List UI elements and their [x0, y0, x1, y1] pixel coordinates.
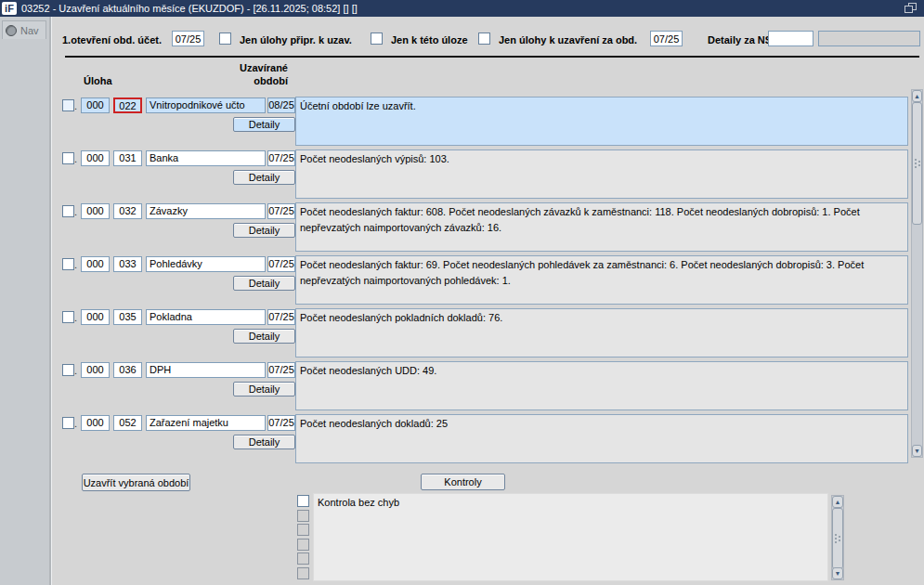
task-code-field[interactable]: 035	[113, 309, 142, 325]
scrollbar-thumb[interactable]	[912, 102, 922, 225]
scroll-down-icon[interactable]: ▼	[832, 567, 843, 579]
row-select-checkbox[interactable]	[62, 99, 74, 111]
row-select-checkbox[interactable]	[62, 152, 74, 164]
period-field[interactable]: 07/25	[267, 203, 295, 219]
only-this-task-checkbox[interactable]	[371, 32, 383, 45]
period-field[interactable]: 08/25	[267, 98, 295, 113]
status-message: Počet neodeslaných výpisů: 103.	[295, 150, 908, 199]
list-vertical-scrollbar[interactable]: ▲ ▼	[831, 495, 844, 580]
org-field[interactable]: 000	[81, 150, 110, 166]
details-button[interactable]: Detaily	[233, 117, 295, 132]
row-select-checkbox[interactable]	[62, 205, 74, 217]
period-field[interactable]: 07/25	[267, 309, 295, 325]
disabled-checkbox	[297, 567, 309, 579]
task-name-field[interactable]: Pohledávky	[146, 256, 266, 272]
nav-tab[interactable]: Nav	[2, 20, 46, 39]
period-field[interactable]: 07/25	[267, 362, 295, 378]
disabled-checkbox	[297, 524, 309, 536]
ns-name-input	[818, 31, 920, 46]
main-vertical-scrollbar[interactable]: ▲ ▼	[911, 89, 923, 458]
details-button[interactable]: Detaily	[233, 382, 295, 396]
period-field[interactable]: 07/25	[267, 415, 295, 431]
task-name-field[interactable]: DPH	[146, 362, 266, 378]
row-select-checkbox[interactable]	[62, 311, 74, 323]
closing-period-input[interactable]	[650, 31, 683, 46]
only-closing-checkbox[interactable]	[478, 32, 490, 45]
task-row: . 000 022 Vnitropodnikové učto 08/25 Det…	[0, 97, 924, 150]
details-button[interactable]: Detaily	[233, 329, 295, 344]
task-name-field[interactable]: Pokladna	[146, 309, 266, 325]
task-name-field[interactable]: Vnitropodnikové učto	[146, 98, 266, 113]
column-header-period: Uzavírané období	[214, 61, 288, 87]
task-name-field[interactable]: Banka	[146, 150, 266, 166]
only-closing-label: Jen úlohy k uzavření za obd.	[499, 33, 637, 46]
row-select-checkbox[interactable]	[62, 417, 74, 429]
row-level-dot: .	[74, 100, 77, 111]
open-period-input[interactable]	[172, 31, 204, 46]
row-level-dot: .	[74, 312, 77, 323]
status-message: Počet neodeslaných faktur: 69. Počet neo…	[295, 255, 908, 305]
column-header-period-line2: období	[214, 74, 288, 87]
org-field[interactable]: 000	[81, 362, 110, 378]
restore-window-icon[interactable]	[904, 3, 917, 13]
disabled-checkbox	[297, 539, 309, 551]
task-code-field[interactable]: 022	[113, 98, 142, 113]
ns-code-input[interactable]	[768, 31, 813, 46]
no-errors-label: Kontrola bez chyb	[318, 496, 399, 509]
details-button[interactable]: Detaily	[233, 223, 295, 238]
task-code-field[interactable]: 032	[113, 203, 142, 219]
status-message: Počet neodeslaných faktur: 608. Počet ne…	[295, 202, 908, 252]
status-message: Účetní období lze uzavřít.	[295, 97, 908, 146]
row-select-checkbox[interactable]	[62, 258, 74, 270]
status-message: Počet neodeslaných UDD: 49.	[295, 361, 908, 410]
org-field[interactable]: 000	[81, 309, 110, 325]
org-field[interactable]: 000	[81, 415, 110, 431]
task-code-field[interactable]: 052	[113, 415, 142, 431]
task-code-field[interactable]: 036	[113, 362, 142, 378]
disabled-checkbox	[297, 552, 309, 565]
row-select-checkbox[interactable]	[62, 364, 74, 376]
title-bar: iF 03252 - Uzavření aktuálního měsíce (E…	[0, 0, 924, 17]
task-code-field[interactable]: 031	[113, 150, 142, 166]
controls-button[interactable]: Kontroly	[421, 474, 505, 490]
task-name-field[interactable]: Závazky	[146, 203, 266, 219]
scroll-up-icon[interactable]: ▲	[912, 90, 922, 102]
task-row: . 000 031 Banka 07/25 Detaily Počet neod…	[0, 150, 924, 202]
no-errors-checkbox[interactable]	[297, 495, 309, 507]
app-window: iF 03252 - Uzavření aktuálního měsíce (E…	[0, 0, 924, 585]
row-level-dot: .	[74, 206, 77, 217]
details-button[interactable]: Detaily	[233, 170, 295, 185]
column-header-period-line1: Uzavírané	[214, 61, 288, 74]
window-title: 03252 - Uzavření aktuálního měsíce (EKUZ…	[21, 2, 358, 15]
nav-radio-icon	[6, 25, 17, 36]
row-level-dot: .	[74, 153, 77, 164]
scrollbar-grip-icon	[835, 534, 840, 544]
task-name-field[interactable]: Zařazení majetku	[146, 415, 266, 431]
status-message: Počet neodeslaných dokladů: 25	[295, 414, 908, 463]
scrollbar-thumb[interactable]	[832, 508, 843, 569]
org-field[interactable]: 000	[81, 203, 110, 219]
nav-tab-label: Nav	[20, 25, 39, 36]
details-button[interactable]: Detaily	[233, 276, 295, 291]
status-message: Počet neodeslaných pokladních dokladů: 7…	[295, 308, 908, 358]
app-logo-icon: iF	[2, 2, 17, 15]
scroll-down-icon[interactable]: ▼	[912, 445, 922, 457]
org-field[interactable]: 000	[81, 256, 110, 272]
task-code-field[interactable]: 033	[113, 256, 142, 272]
task-row: . 000 052 Zařazení majetku 07/25 Detaily…	[0, 414, 924, 467]
org-field[interactable]: 000	[81, 98, 110, 113]
column-header-task: Úloha	[84, 75, 112, 86]
row-level-dot: .	[74, 365, 77, 376]
period-field[interactable]: 07/25	[267, 150, 295, 166]
scrollbar-grip-icon	[915, 159, 920, 169]
task-row: . 000 036 DPH 07/25 Detaily Počet neodes…	[0, 361, 924, 414]
details-button[interactable]: Detaily	[233, 435, 295, 449]
task-row: . 000 033 Pohledávky 07/25 Detaily Počet…	[0, 255, 924, 308]
task-row: . 000 032 Závazky 07/25 Detaily Počet ne…	[0, 202, 924, 255]
scroll-up-icon[interactable]: ▲	[832, 496, 843, 508]
only-ready-label: Jen úlohy připr. k uzav.	[240, 33, 352, 46]
close-selected-periods-button[interactable]: Uzavřít vybraná období	[82, 474, 190, 491]
row-level-dot: .	[74, 418, 77, 429]
only-ready-checkbox[interactable]	[219, 32, 231, 45]
period-field[interactable]: 07/25	[267, 256, 295, 272]
